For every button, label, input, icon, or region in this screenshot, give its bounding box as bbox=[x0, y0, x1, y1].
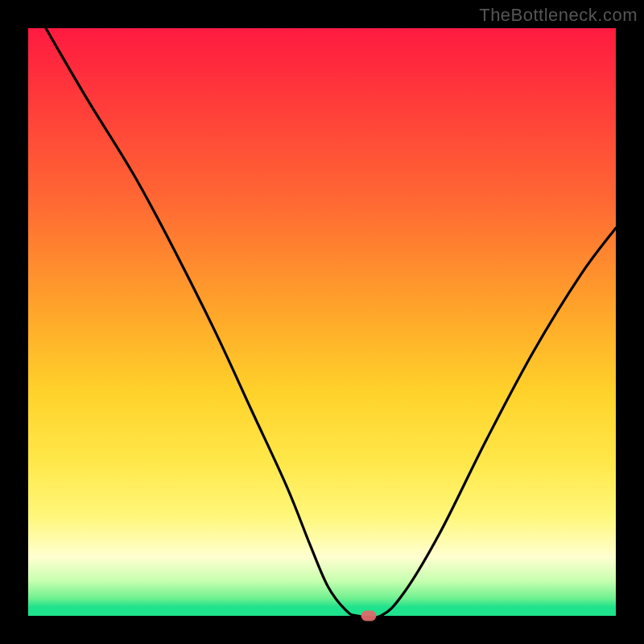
plot-area bbox=[28, 28, 616, 616]
attribution-label: TheBottleneck.com bbox=[479, 5, 638, 26]
chart-frame: TheBottleneck.com bbox=[0, 0, 644, 644]
optimal-point-marker bbox=[361, 611, 377, 621]
bottleneck-curve bbox=[28, 28, 616, 616]
